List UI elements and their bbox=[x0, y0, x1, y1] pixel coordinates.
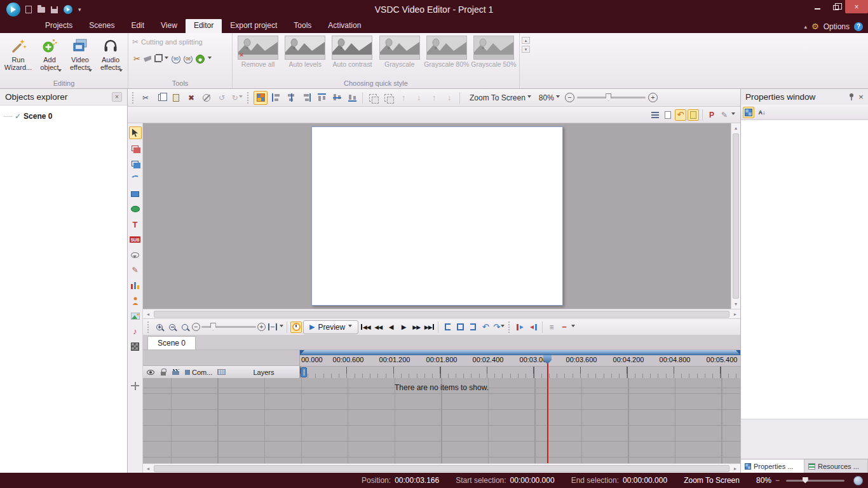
crop-caret-icon[interactable] bbox=[165, 57, 168, 61]
zoom-percent-dropdown[interactable]: 80% bbox=[536, 92, 562, 104]
image-tool-button[interactable] bbox=[129, 309, 142, 322]
selection-start-button[interactable] bbox=[442, 322, 453, 333]
menu-tools[interactable]: Tools bbox=[285, 18, 320, 33]
playhead-line[interactable] bbox=[547, 355, 548, 463]
text-tool-button[interactable]: T bbox=[129, 218, 142, 231]
chart-tool-button[interactable] bbox=[129, 279, 142, 292]
speed-caret-icon[interactable] bbox=[208, 57, 212, 61]
cut-button[interactable]: ✂ bbox=[139, 91, 153, 105]
bring-to-front-button[interactable]: ↑ bbox=[427, 91, 441, 105]
jump-forward-marker-button[interactable]: ↷ bbox=[492, 322, 505, 333]
next-frame-button[interactable]: ▶ bbox=[398, 322, 409, 333]
time-display-button[interactable] bbox=[290, 322, 302, 333]
run-wizard-button[interactable]: Run Wizard... bbox=[3, 35, 34, 77]
go-to-start-button[interactable]: ◀◀ bbox=[360, 322, 371, 333]
scroll-up-icon[interactable]: ▴ bbox=[731, 123, 740, 133]
preview-button[interactable]: ▶ Preview bbox=[303, 320, 358, 334]
scroll-right-icon[interactable]: ▸ bbox=[730, 309, 740, 319]
vertical-scroll-thumb[interactable] bbox=[733, 133, 739, 299]
statusbar-zoom-value[interactable]: 80% bbox=[756, 476, 771, 485]
delete-button[interactable]: ✖ bbox=[184, 91, 198, 105]
align-right-button[interactable] bbox=[299, 91, 313, 105]
snap-grid-button[interactable] bbox=[254, 91, 268, 105]
statusbar-zoom-screen-button[interactable] bbox=[853, 476, 863, 485]
canvas-zoom-slider[interactable] bbox=[577, 97, 646, 98]
visibility-toggle[interactable] bbox=[145, 367, 156, 377]
fast-forward-button[interactable]: ▶▶ bbox=[410, 322, 422, 333]
timeline-zoom-thumb[interactable] bbox=[210, 323, 216, 330]
quick-style-grayscale-80[interactable]: Grayscale 80% bbox=[424, 36, 470, 78]
rotate-90-cw-icon[interactable]: 90 bbox=[172, 55, 180, 64]
options-button[interactable]: Options bbox=[824, 22, 850, 31]
horizontal-scroll-thumb[interactable] bbox=[154, 311, 729, 318]
statusbar-zoom-minus-icon[interactable]: − bbox=[775, 476, 780, 485]
align-top-button[interactable] bbox=[315, 91, 329, 105]
redo-button[interactable]: ↻ bbox=[230, 91, 244, 105]
zoom-in-icon[interactable]: + bbox=[648, 93, 658, 102]
jump-back-marker-button[interactable]: ↶ bbox=[480, 322, 491, 333]
tab-properties[interactable]: Properties ... bbox=[741, 459, 804, 473]
collapse-ribbon-icon[interactable]: ▴ bbox=[804, 24, 807, 30]
ungroup-button[interactable] bbox=[381, 91, 395, 105]
send-backward-button[interactable]: ↓ bbox=[412, 91, 426, 105]
tooltip-tool-button[interactable] bbox=[129, 248, 142, 261]
scroll-down-icon[interactable]: ▾ bbox=[731, 299, 740, 309]
pin-icon[interactable] bbox=[848, 93, 855, 101]
timeline-ticks[interactable] bbox=[300, 366, 740, 378]
menu-activation[interactable]: Activation bbox=[320, 18, 369, 33]
timeline-ruler[interactable]: 00.000 00:00.600 00:01.200 00:01.800 00:… bbox=[300, 350, 740, 378]
timeline-zoom-out-button[interactable] bbox=[166, 322, 178, 333]
tree-item-scene-0[interactable]: ✓ Scene 0 bbox=[4, 112, 123, 121]
rotate-90-ccw-icon[interactable]: 90 bbox=[184, 55, 193, 64]
sprite-tool-button[interactable] bbox=[129, 340, 142, 353]
move-tool-button[interactable] bbox=[129, 379, 142, 392]
cutting-splitting-row[interactable]: ✂ Cutting and splitting bbox=[131, 35, 229, 49]
scene-canvas[interactable] bbox=[311, 126, 563, 306]
canvas-view[interactable] bbox=[143, 123, 731, 309]
menu-editor[interactable]: Editor bbox=[186, 18, 222, 33]
scroll-left-icon[interactable]: ◂ bbox=[143, 464, 153, 473]
statusbar-zoom-mode[interactable]: Zoom To Screen bbox=[684, 476, 740, 485]
ellipse-tool-button[interactable] bbox=[129, 203, 142, 215]
toolbar-drag-handle[interactable] bbox=[132, 92, 135, 104]
properties-content[interactable] bbox=[741, 120, 868, 419]
statusbar-zoom-slider[interactable] bbox=[786, 480, 844, 482]
show-notes-button[interactable] bbox=[688, 109, 699, 121]
selection-end-button[interactable] bbox=[467, 322, 478, 333]
help-icon[interactable]: ? bbox=[854, 22, 863, 31]
cut-tool-icon[interactable]: ✂ bbox=[133, 54, 140, 64]
group-button[interactable] bbox=[366, 91, 380, 105]
select-tool-button[interactable] bbox=[129, 126, 142, 139]
go-to-end-button[interactable]: ▶▶ bbox=[423, 322, 435, 333]
curve-tool-button[interactable] bbox=[129, 172, 142, 185]
categorized-view-button[interactable] bbox=[743, 107, 754, 118]
menu-view[interactable]: View bbox=[153, 18, 186, 33]
quick-style-grayscale-50[interactable]: Grayscale 50% bbox=[471, 36, 517, 78]
undo-button[interactable]: ↺ bbox=[215, 91, 229, 105]
align-bottom-button[interactable] bbox=[345, 91, 359, 105]
clip-start-marker[interactable] bbox=[301, 367, 307, 377]
send-to-back-button[interactable]: ↓ bbox=[442, 91, 456, 105]
align-left-button[interactable] bbox=[269, 91, 283, 105]
timeline-zoom-caret-icon[interactable] bbox=[280, 325, 283, 329]
rectangle-tool-button[interactable] bbox=[129, 187, 142, 200]
insert-right-button[interactable] bbox=[527, 322, 539, 333]
timeline-zoom-plus-icon[interactable]: + bbox=[257, 323, 266, 331]
maximize-button[interactable] bbox=[827, 0, 845, 13]
app-logo-icon[interactable] bbox=[6, 3, 20, 17]
waveform-toggle[interactable] bbox=[216, 367, 227, 377]
delete-region-button[interactable]: − bbox=[559, 322, 570, 333]
paste-button[interactable] bbox=[169, 91, 183, 105]
align-center-h-button[interactable] bbox=[284, 91, 298, 105]
speed-tool-icon[interactable] bbox=[196, 55, 205, 64]
timeline-scrollbar[interactable]: ◂ ▸ bbox=[143, 463, 740, 473]
minimize-button[interactable] bbox=[808, 0, 827, 13]
sort-alphabetical-button[interactable]: A↓ bbox=[756, 107, 768, 118]
toolbar-overflow-caret-icon[interactable] bbox=[731, 112, 735, 117]
audio-tool-button[interactable]: ♪ bbox=[129, 325, 142, 337]
scene-0-tab[interactable]: Scene 0 bbox=[147, 336, 196, 349]
scroll-right-icon[interactable]: ▸ bbox=[730, 464, 740, 473]
crop-tool-icon[interactable] bbox=[154, 55, 161, 62]
previous-frame-button[interactable]: ◀ bbox=[385, 322, 397, 333]
timeline-zoom-slider[interactable] bbox=[201, 326, 256, 328]
